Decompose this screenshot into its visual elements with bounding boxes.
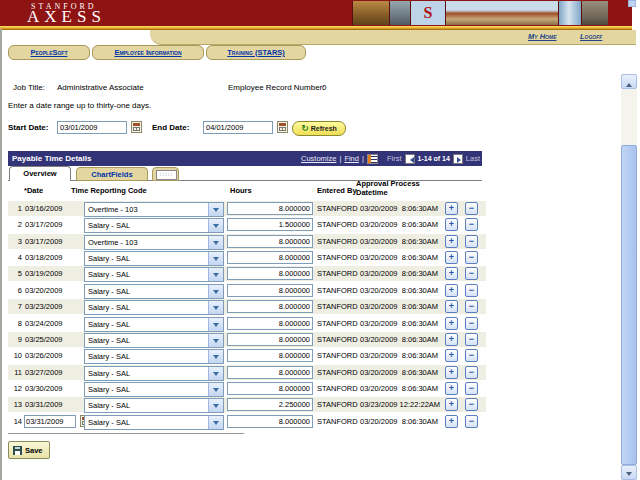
add-row-button[interactable]: + [445, 382, 458, 395]
hours-input[interactable] [227, 366, 313, 379]
chevron-down-icon[interactable] [208, 399, 223, 412]
add-row-button[interactable]: + [445, 300, 458, 313]
add-row-button[interactable]: + [445, 284, 458, 297]
chevron-down-icon[interactable] [208, 285, 223, 298]
chevron-down-icon[interactable] [208, 367, 223, 380]
col-header-entered-by: Entered By [317, 186, 357, 195]
delete-row-button[interactable]: − [465, 349, 478, 362]
add-row-button[interactable]: + [445, 235, 458, 248]
delete-row-button[interactable]: − [465, 398, 478, 411]
chevron-down-icon[interactable] [208, 203, 223, 216]
next-page-icon[interactable] [453, 154, 463, 164]
hours-input[interactable] [227, 267, 313, 280]
grid-tab-overview[interactable]: Overview [9, 166, 71, 181]
scrollbar-thumb[interactable] [621, 145, 637, 465]
chevron-down-icon[interactable] [208, 268, 223, 281]
add-row-button[interactable]: + [445, 218, 458, 231]
time-reporting-code-select[interactable]: Salary - SAL [84, 398, 224, 413]
add-row-button[interactable]: + [445, 202, 458, 215]
scroll-up-icon[interactable] [621, 74, 637, 89]
time-reporting-code-select[interactable]: Salary - SAL [84, 333, 224, 348]
time-reporting-code-select[interactable]: Overtime - 103 [84, 202, 224, 217]
end-date-calendar-icon[interactable] [277, 121, 288, 133]
tab-training-stars[interactable]: Training (STARS) [206, 45, 306, 60]
add-row-button[interactable]: + [445, 398, 458, 411]
hours-input[interactable] [227, 235, 313, 248]
hours-input[interactable] [227, 333, 313, 346]
tab-employee-information[interactable]: Employee Information [92, 45, 204, 60]
row-number: 1 [9, 201, 22, 216]
add-row-button[interactable]: + [445, 366, 458, 379]
chevron-down-icon[interactable] [208, 252, 223, 265]
hours-input[interactable] [227, 382, 313, 395]
delete-row-button[interactable]: − [465, 284, 478, 297]
chevron-down-icon[interactable] [208, 350, 223, 363]
add-row-button[interactable]: + [445, 415, 458, 428]
row-date-input[interactable] [24, 415, 76, 428]
delete-row-button[interactable]: − [465, 267, 478, 280]
add-row-button[interactable]: + [445, 251, 458, 264]
chevron-down-icon[interactable] [208, 236, 223, 249]
customize-link[interactable]: Customize [301, 154, 336, 163]
hours-input[interactable] [227, 202, 313, 215]
delete-row-button[interactable]: − [465, 317, 478, 330]
employee-record-value: 0 [322, 83, 326, 92]
hours-input[interactable] [227, 349, 313, 362]
hours-input[interactable] [227, 300, 313, 313]
download-icon[interactable] [367, 154, 378, 164]
end-date-input[interactable] [203, 121, 273, 134]
refresh-button[interactable]: ↻ Refresh [292, 121, 346, 136]
grid-tab-show-all[interactable]: ::::: [152, 167, 179, 181]
chevron-down-icon[interactable] [208, 334, 223, 347]
hours-input[interactable] [227, 398, 313, 411]
chevron-down-icon[interactable] [208, 383, 223, 396]
vertical-scrollbar[interactable] [621, 74, 637, 480]
time-reporting-code-select[interactable]: Salary - SAL [84, 251, 224, 266]
delete-row-button[interactable]: − [465, 202, 478, 215]
delete-row-button[interactable]: − [465, 235, 478, 248]
job-title-value: Administrative Associate [57, 83, 144, 92]
delete-row-button[interactable]: − [465, 415, 478, 428]
grid-rows: 1 03/16/2009 Overtime - 103 STANFORD 03/… [8, 201, 486, 433]
delete-row-button[interactable]: − [465, 333, 478, 346]
chevron-down-icon[interactable] [208, 219, 223, 232]
add-row-button[interactable]: + [445, 349, 458, 362]
add-row-button[interactable]: + [445, 333, 458, 346]
chevron-down-icon[interactable] [208, 318, 223, 331]
delete-row-button[interactable]: − [465, 382, 478, 395]
grid-tab-chartfields[interactable]: ChartFields [76, 167, 148, 181]
chevron-down-icon[interactable] [208, 416, 223, 429]
time-reporting-code-select[interactable]: Salary - SAL [84, 218, 224, 233]
logoff-link[interactable]: Logoff [580, 32, 602, 41]
time-reporting-code-select[interactable]: Salary - SAL [84, 267, 224, 282]
time-reporting-code-select[interactable]: Salary - SAL [84, 284, 224, 299]
delete-row-button[interactable]: − [465, 218, 478, 231]
previous-page-icon[interactable] [405, 154, 415, 164]
add-row-button[interactable]: + [445, 317, 458, 330]
time-reporting-code-select[interactable]: Salary - SAL [84, 382, 224, 397]
chevron-down-icon[interactable] [208, 301, 223, 314]
hours-input[interactable] [227, 251, 313, 264]
time-reporting-code-select[interactable]: Overtime - 103 [84, 235, 224, 250]
start-date-input[interactable] [57, 121, 127, 134]
start-date-calendar-icon[interactable] [131, 121, 142, 133]
my-home-link[interactable]: My Home [528, 32, 556, 41]
delete-row-button[interactable]: − [465, 366, 478, 379]
hours-input[interactable] [227, 317, 313, 330]
tab-peoplesoft[interactable]: PeopleSoft [8, 45, 90, 60]
save-button[interactable]: Save [8, 441, 50, 459]
time-reporting-code-select[interactable]: Salary - SAL [84, 366, 224, 381]
hours-input[interactable] [227, 284, 313, 297]
find-link[interactable]: Find [344, 154, 359, 163]
time-reporting-code-select[interactable]: Salary - SAL [84, 349, 224, 364]
delete-row-button[interactable]: − [465, 300, 478, 313]
add-row-button[interactable]: + [445, 267, 458, 280]
time-reporting-code-select[interactable]: Salary - SAL [84, 415, 224, 430]
scroll-down-icon[interactable] [621, 465, 637, 480]
row-date: 03/27/2009 [25, 365, 63, 380]
hours-input[interactable] [227, 218, 313, 231]
delete-row-button[interactable]: − [465, 251, 478, 264]
time-reporting-code-select[interactable]: Salary - SAL [84, 300, 224, 315]
hours-input[interactable] [227, 415, 313, 428]
time-reporting-code-select[interactable]: Salary - SAL [84, 317, 224, 332]
